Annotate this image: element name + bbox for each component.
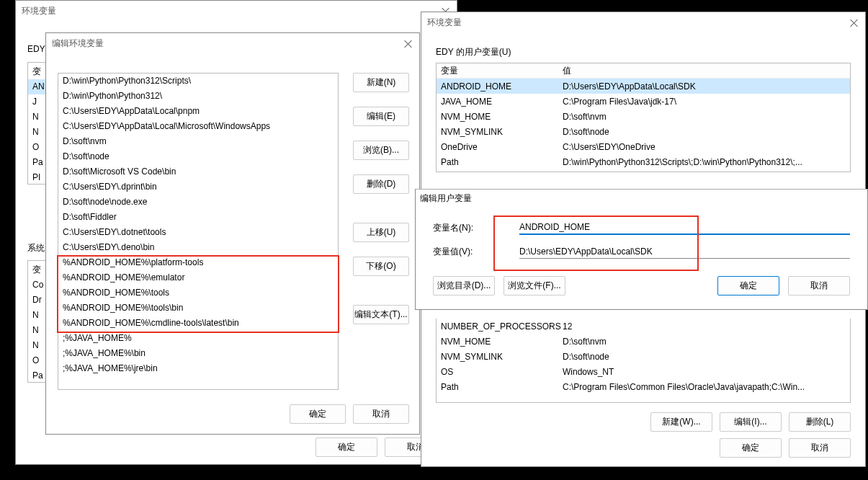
bg-user-row: Pa <box>28 155 45 170</box>
path-item[interactable]: %ANDROID_HOME%\platform-tools <box>58 255 338 270</box>
left-sys-label: 系统 <box>27 242 45 254</box>
edit-button[interactable]: 编辑(E) <box>353 107 409 126</box>
browse-button[interactable]: 浏览(B)... <box>353 141 409 160</box>
edit-env-list-dialog: 编辑环境变量 D:\win\Python\Python312\Scripts\D… <box>45 32 420 435</box>
var-value-input[interactable] <box>519 245 850 259</box>
move-down-button[interactable]: 下移(O) <box>353 257 409 276</box>
left-edy-label: EDY <box>27 44 45 54</box>
system-vars-table[interactable]: NUMBER_OF_PROCESSORS12NVM_HOMED:\soft\nv… <box>436 319 851 403</box>
user-vars-label: EDY 的用户变量(U) <box>436 46 851 58</box>
path-item[interactable]: C:\Users\EDY\.deno\bin <box>58 240 338 255</box>
cancel-button[interactable]: 取消 <box>353 404 409 424</box>
bg-user-row: N <box>28 125 45 140</box>
user-var-row[interactable]: NVM_SYMLINKD:\soft\node <box>437 124 850 139</box>
bg-user-row: J <box>28 94 45 110</box>
path-item[interactable]: D:\soft\Microsoft VS Code\bin <box>58 164 338 179</box>
user-var-row[interactable]: ANDROID_HOMED:\Users\EDY\AppData\Local\S… <box>437 79 850 94</box>
col-header-value: 值 <box>563 65 571 76</box>
browse-dir-button[interactable]: 浏览目录(D)... <box>433 276 495 295</box>
sys-var-row[interactable]: NVM_SYMLINKD:\soft\node <box>437 349 850 364</box>
bg-user-row: O <box>28 140 45 155</box>
edit-button[interactable]: 编辑(I)... <box>720 412 782 432</box>
path-item[interactable]: %ANDROID_HOME%\emulator <box>58 270 338 285</box>
sys-var-row[interactable]: NVM_HOMED:\soft\nvm <box>437 334 850 349</box>
path-item[interactable]: %ANDROID_HOME%\tools <box>58 285 338 301</box>
sys-var-row[interactable]: NUMBER_OF_PROCESSORS12 <box>437 319 850 334</box>
bg-user-row: PI <box>28 170 45 185</box>
dialog-title: 编辑环境变量 <box>52 37 104 50</box>
path-item[interactable]: C:\Users\EDY\AppData\Local\pnpm <box>58 104 338 119</box>
path-item[interactable]: D:\soft\nvm <box>58 134 338 149</box>
bg-user-row: 变 <box>28 64 45 79</box>
delete-button[interactable]: 删除(L) <box>789 412 851 432</box>
path-item[interactable]: C:\Users\EDY\.dprint\bin <box>58 179 338 195</box>
bg-sys-row: Dr <box>28 293 45 308</box>
dialog-title: 编辑用户变量 <box>420 193 472 203</box>
edit-user-var-dialog: 编辑用户变量 变量名(N): 变量值(V): 浏览目录(D)... 浏览文件(F… <box>415 189 868 310</box>
cancel-button[interactable]: 取消 <box>788 276 850 295</box>
path-item[interactable]: %ANDROID_HOME%\cmdline-tools\latest\bin <box>58 316 338 331</box>
new-button[interactable]: 新建(N) <box>353 73 409 92</box>
bg-sys-row: Co <box>28 277 45 293</box>
new-button[interactable]: 新建(W)... <box>650 412 712 432</box>
ok-button[interactable]: 确定 <box>717 276 779 295</box>
dialog-title: 环境变量 <box>427 17 462 29</box>
col-header-name: 变量 <box>441 65 563 76</box>
path-item[interactable]: D:\win\Python\Python312\ <box>58 89 338 104</box>
bg-sys-row: Pa <box>28 368 45 383</box>
sys-var-row[interactable]: OSWindows_NT <box>437 364 850 379</box>
path-item[interactable]: D:\soft\node\node.exe <box>58 195 338 210</box>
user-var-row[interactable]: OneDriveC:\Users\EDY\OneDrive <box>437 139 850 154</box>
var-name-label: 变量名(N): <box>433 222 483 234</box>
move-up-button[interactable]: 上移(U) <box>353 223 409 242</box>
path-listbox[interactable]: D:\win\Python\Python312\Scripts\D:\win\P… <box>58 73 339 390</box>
user-vars-table[interactable]: 变量 值 ANDROID_HOMED:\Users\EDY\AppData\Lo… <box>436 63 851 172</box>
user-var-row[interactable]: JAVA_HOMEC:\Program Files\Java\jdk-17\ <box>437 94 850 109</box>
browse-file-button[interactable]: 浏览文件(F)... <box>504 276 565 295</box>
close-icon[interactable] <box>849 18 859 28</box>
path-item[interactable]: ;%JAVA_HOME%\jre\bin <box>58 361 338 376</box>
delete-button[interactable]: 删除(D) <box>353 174 409 194</box>
path-item[interactable]: ;%JAVA_HOME%\bin <box>58 346 338 361</box>
path-item[interactable]: D:\win\Python\Python312\Scripts\ <box>58 74 338 89</box>
bg-user-row: AN <box>28 79 45 94</box>
sys-var-row[interactable]: PathC:\Program Files\Common Files\Oracle… <box>437 379 850 394</box>
edit-text-button[interactable]: 编辑文本(T)... <box>353 305 409 324</box>
path-item[interactable]: C:\Users\EDY\.dotnet\tools <box>58 225 338 240</box>
path-item[interactable]: %ANDROID_HOME%\tools\bin <box>58 301 338 316</box>
close-icon[interactable] <box>403 39 413 49</box>
path-item[interactable]: D:\soft\node <box>58 149 338 164</box>
var-name-input[interactable] <box>519 221 850 235</box>
user-var-row[interactable]: NVM_HOMED:\soft\nvm <box>437 109 850 124</box>
bg-sys-row: N <box>28 323 45 338</box>
user-var-row[interactable]: PathD:\win\Python\Python312\Scripts\;D:\… <box>437 154 850 169</box>
bg-sys-row: N <box>28 338 45 353</box>
bg-sys-row: N <box>28 308 45 323</box>
ok-button[interactable]: 确定 <box>720 438 782 458</box>
cancel-button[interactable]: 取消 <box>789 438 851 458</box>
ok-button[interactable]: 确定 <box>290 404 346 424</box>
path-item[interactable]: D:\soft\Fiddler <box>58 210 338 225</box>
bg-user-row: N <box>28 110 45 125</box>
var-value-label: 变量值(V): <box>433 246 483 258</box>
path-item[interactable]: C:\Users\EDY\AppData\Local\Microsoft\Win… <box>58 119 338 134</box>
bg-sys-row: O <box>28 353 45 368</box>
dialog-title: 环境变量 <box>22 5 56 17</box>
bg-sys-row: 变 <box>28 262 45 277</box>
path-item[interactable]: ;%JAVA_HOME% <box>58 331 338 346</box>
ok-button[interactable]: 确定 <box>316 437 377 457</box>
